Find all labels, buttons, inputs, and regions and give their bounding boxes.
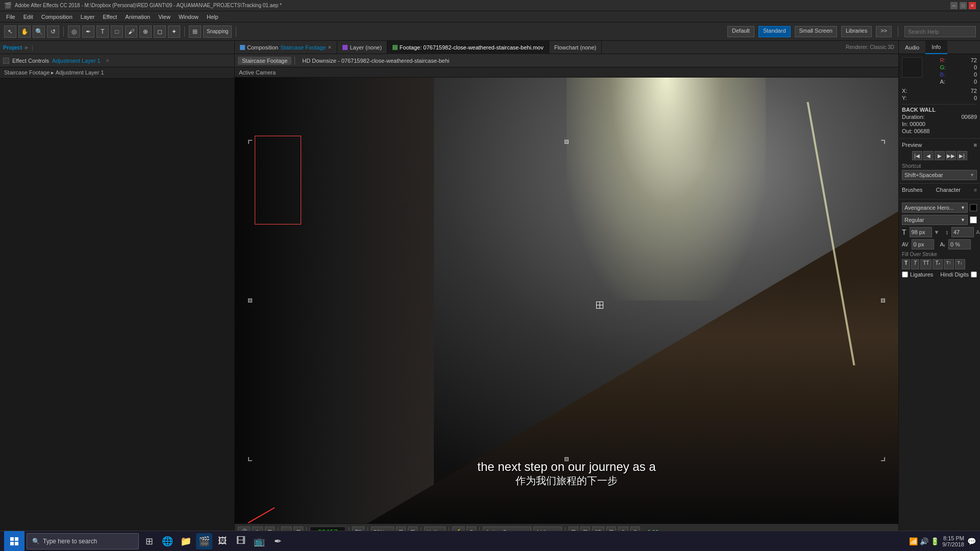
info-tab[interactable]: Info [925,41,947,54]
kern-input[interactable] [912,239,934,249]
character-tab-btn[interactable]: Character [936,187,961,193]
title-text: 🎬 Adobe After Effects CC 2018 - M:\Dropb… [4,2,282,9]
tray-volume-icon[interactable]: 🔊 [920,537,928,545]
effect-controls-tab[interactable]: Effect Controls [12,58,49,64]
auto-label: Auto [976,229,980,235]
camera-orbit-tool[interactable]: ◎ [68,26,80,38]
font-family-dropdown[interactable]: Avengeance Hero... ▼ [902,203,968,213]
font-style-dropdown[interactable]: Regular ▼ [902,215,968,225]
layer-info: BACK WALL Duration:00689 In: 00000 Out: … [902,104,977,134]
comp-name: Staircase Footage [280,44,326,51]
menu-file[interactable]: File [2,13,19,21]
allcaps-btn[interactable]: TT [920,259,932,269]
taskbar-clock[interactable]: 8:15 PM 9/7/2018 [942,535,964,547]
maximize-btn[interactable]: □ [960,2,967,9]
x-label: X: [902,88,907,94]
tab-footage[interactable]: Footage: 076715982-close-weathered-stair… [387,41,549,54]
menu-effect[interactable]: Effect [99,13,121,21]
menu-edit[interactable]: Edit [19,13,37,21]
last-frame-btn[interactable]: ▶| [957,151,967,160]
audio-tab[interactable]: Audio [899,41,925,54]
notification-btn[interactable]: 💬 [967,537,976,545]
g-label: G: [940,64,946,70]
tab-flowchart[interactable]: Flowchart (none) [549,41,602,54]
tab-composition[interactable]: Composition Staircase Footage ✕ [235,41,337,54]
shortcut-value[interactable]: Shift+Spacebar ▼ [902,170,977,180]
next-frame-btn[interactable]: ▶▶ [946,151,956,160]
zoom-tool[interactable]: 🔍 [33,26,45,38]
puppet-tool[interactable]: ✦ [168,26,180,38]
viewer-tab-hd-downsize[interactable]: HD Downsize - 076715982-close-weathered-… [298,57,453,65]
viewer-tab-composition[interactable]: Staircase Footage [238,57,291,65]
bold-btn[interactable]: T [902,259,910,269]
comp-tab-close[interactable]: ✕ [328,45,332,50]
subtitle-chinese: 作为我们旅程的下一步 [477,474,656,488]
italic-btn[interactable]: T [911,259,919,269]
taskbar-illustrator[interactable]: ✒ [270,533,286,549]
rotate-tool[interactable]: ↺ [47,26,59,38]
brush-tool[interactable]: 🖌 [125,26,137,38]
viewer-separator [295,57,295,65]
taskbar-premiere[interactable]: 🎞 [233,533,249,549]
tray-battery-icon[interactable]: 🔋 [930,537,939,545]
super-btn[interactable]: T↑ [944,259,954,269]
window-controls[interactable]: ─ □ ✕ [950,2,976,9]
first-frame-btn[interactable]: |◀ [912,151,922,160]
workspace-more[interactable]: >> [876,26,892,37]
smallcaps-btn[interactable]: Tᵣ [933,259,942,269]
workspace-small-screen[interactable]: Small Screen [795,26,837,37]
close-btn[interactable]: ✕ [969,2,976,9]
ligatures-checkbox[interactable] [902,271,908,278]
eraser-tool[interactable]: ◻ [154,26,166,38]
snapping-toggle[interactable]: Snapping [203,26,232,38]
fill-color-box[interactable] [970,216,977,223]
tab-layer[interactable]: Layer (none) [337,41,387,54]
workspace-libraries[interactable]: Libraries [841,26,872,37]
style-dropdown-arrow: ▼ [961,217,965,222]
search-help-input[interactable] [904,26,976,37]
preview-menu-icon[interactable]: ≡ [974,142,977,148]
tray-network-icon[interactable]: 📶 [909,537,918,545]
effect-controls-layer[interactable]: Adjustment Layer 1 [52,58,101,64]
minimize-btn[interactable]: ─ [950,2,958,9]
task-view-btn[interactable]: ⊞ [141,533,157,549]
taskbar-edge[interactable]: 🌐 [159,533,176,549]
workspace-default[interactable]: Default [727,26,754,37]
a-label: A: [940,79,945,85]
menu-help[interactable]: Help [203,13,223,21]
taskbar-explorer[interactable]: 📁 [178,533,194,549]
selection-tool[interactable]: ↖ [4,26,16,38]
prev-frame-btn[interactable]: ◀ [923,151,934,160]
menu-view[interactable]: View [154,13,175,21]
align-tool[interactable]: ⊞ [189,26,201,38]
menu-composition[interactable]: Composition [37,13,77,21]
shape-tool[interactable]: □ [111,26,123,38]
leading-input[interactable] [951,227,974,237]
hand-tool[interactable]: ✋ [18,26,31,38]
taskbar-photoshop[interactable]: 🖼 [214,533,231,549]
menu-window[interactable]: Window [175,13,203,21]
brushes-menu-icon[interactable]: ≡ [974,187,977,193]
stroke-color-box[interactable] [970,204,977,211]
hindi-checkbox[interactable] [971,271,977,278]
taskbar-search[interactable]: 🔍 Type here to search [27,533,139,549]
font-size-input[interactable] [910,227,932,237]
clone-tool[interactable]: ⊕ [139,26,152,38]
pen-tool[interactable]: ✒ [82,26,94,38]
brushes-label[interactable]: Brushes [902,187,922,193]
workspace-standard[interactable]: Standard [758,26,791,37]
character-section: Avengeance Hero... ▼ Regular ▼ T ▼ ↕ [899,199,980,282]
tracking-input[interactable] [948,239,971,249]
type-tool[interactable]: T [96,26,109,38]
taskbar-media-encoder[interactable]: 📺 [251,533,267,549]
start-button[interactable] [4,531,24,552]
menu-animation[interactable]: Animation [121,13,154,21]
viewport[interactable]: the next step on our journey as a 作为我们旅程… [235,78,898,523]
y-val: 0 [974,95,977,101]
preview-label: Preview [902,142,922,148]
taskbar-ae[interactable]: 🎬 [196,533,212,549]
sub-btn[interactable]: T↓ [955,259,965,269]
menu-layer[interactable]: Layer [77,13,99,21]
effect-controls-close[interactable]: ✕ [106,58,110,63]
play-btn[interactable]: ▶ [935,151,945,160]
